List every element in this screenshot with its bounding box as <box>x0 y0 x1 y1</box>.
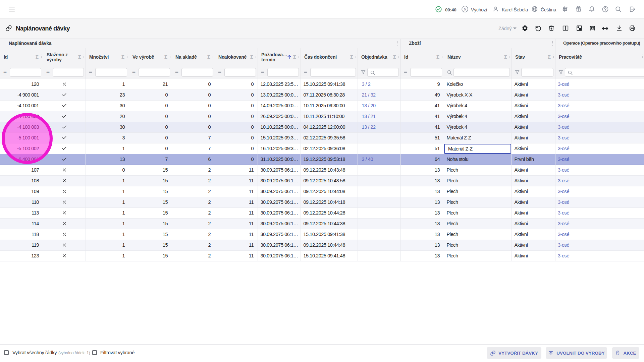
svg-text:$: $ <box>464 7 466 11</box>
